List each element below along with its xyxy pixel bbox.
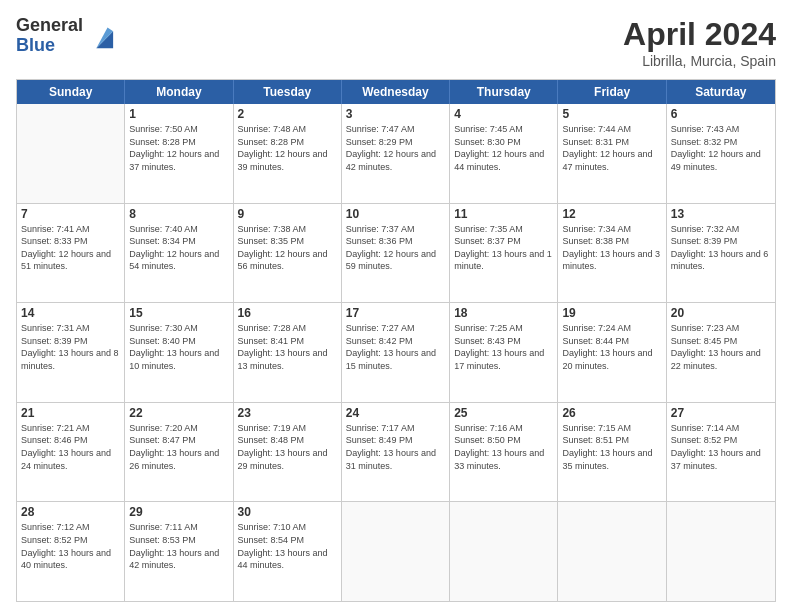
cell-info: Sunrise: 7:23 AMSunset: 8:45 PMDaylight:…: [671, 323, 761, 371]
calendar-cell-r3-c2: 23Sunrise: 7:19 AMSunset: 8:48 PMDayligh…: [234, 403, 342, 502]
day-number: 30: [238, 505, 337, 519]
cell-info: Sunrise: 7:27 AMSunset: 8:42 PMDaylight:…: [346, 323, 436, 371]
cell-info: Sunrise: 7:47 AMSunset: 8:29 PMDaylight:…: [346, 124, 436, 172]
calendar-cell-r1-c2: 9Sunrise: 7:38 AMSunset: 8:35 PMDaylight…: [234, 204, 342, 303]
cell-info: Sunrise: 7:30 AMSunset: 8:40 PMDaylight:…: [129, 323, 219, 371]
calendar-cell-r3-c6: 27Sunrise: 7:14 AMSunset: 8:52 PMDayligh…: [667, 403, 775, 502]
cell-info: Sunrise: 7:44 AMSunset: 8:31 PMDaylight:…: [562, 124, 652, 172]
calendar-cell-r1-c0: 7Sunrise: 7:41 AMSunset: 8:33 PMDaylight…: [17, 204, 125, 303]
cell-info: Sunrise: 7:25 AMSunset: 8:43 PMDaylight:…: [454, 323, 544, 371]
day-number: 27: [671, 406, 771, 420]
calendar-cell-r0-c2: 2Sunrise: 7:48 AMSunset: 8:28 PMDaylight…: [234, 104, 342, 203]
day-number: 1: [129, 107, 228, 121]
cell-info: Sunrise: 7:31 AMSunset: 8:39 PMDaylight:…: [21, 323, 119, 371]
cell-info: Sunrise: 7:40 AMSunset: 8:34 PMDaylight:…: [129, 224, 219, 272]
day-number: 2: [238, 107, 337, 121]
page-header: General Blue April 2024 Librilla, Murcia…: [16, 16, 776, 69]
calendar-cell-r2-c3: 17Sunrise: 7:27 AMSunset: 8:42 PMDayligh…: [342, 303, 450, 402]
calendar-row-3: 21Sunrise: 7:21 AMSunset: 8:46 PMDayligh…: [17, 403, 775, 503]
weekday-thursday: Thursday: [450, 80, 558, 104]
day-number: 28: [21, 505, 120, 519]
day-number: 24: [346, 406, 445, 420]
day-number: 6: [671, 107, 771, 121]
day-number: 7: [21, 207, 120, 221]
weekday-tuesday: Tuesday: [234, 80, 342, 104]
cell-info: Sunrise: 7:12 AMSunset: 8:52 PMDaylight:…: [21, 522, 111, 570]
calendar-row-0: 1Sunrise: 7:50 AMSunset: 8:28 PMDaylight…: [17, 104, 775, 204]
calendar-cell-r2-c6: 20Sunrise: 7:23 AMSunset: 8:45 PMDayligh…: [667, 303, 775, 402]
cell-info: Sunrise: 7:19 AMSunset: 8:48 PMDaylight:…: [238, 423, 328, 471]
calendar-cell-r1-c1: 8Sunrise: 7:40 AMSunset: 8:34 PMDaylight…: [125, 204, 233, 303]
day-number: 29: [129, 505, 228, 519]
day-number: 21: [21, 406, 120, 420]
weekday-sunday: Sunday: [17, 80, 125, 104]
calendar-cell-r2-c1: 15Sunrise: 7:30 AMSunset: 8:40 PMDayligh…: [125, 303, 233, 402]
calendar-cell-r0-c4: 4Sunrise: 7:45 AMSunset: 8:30 PMDaylight…: [450, 104, 558, 203]
weekday-monday: Monday: [125, 80, 233, 104]
cell-info: Sunrise: 7:15 AMSunset: 8:51 PMDaylight:…: [562, 423, 652, 471]
cell-info: Sunrise: 7:45 AMSunset: 8:30 PMDaylight:…: [454, 124, 544, 172]
weekday-wednesday: Wednesday: [342, 80, 450, 104]
calendar-cell-r3-c0: 21Sunrise: 7:21 AMSunset: 8:46 PMDayligh…: [17, 403, 125, 502]
calendar-cell-r2-c4: 18Sunrise: 7:25 AMSunset: 8:43 PMDayligh…: [450, 303, 558, 402]
logo-blue: Blue: [16, 36, 83, 56]
day-number: 22: [129, 406, 228, 420]
calendar-cell-r2-c0: 14Sunrise: 7:31 AMSunset: 8:39 PMDayligh…: [17, 303, 125, 402]
cell-info: Sunrise: 7:37 AMSunset: 8:36 PMDaylight:…: [346, 224, 436, 272]
calendar-cell-r4-c4: [450, 502, 558, 601]
calendar-cell-r3-c5: 26Sunrise: 7:15 AMSunset: 8:51 PMDayligh…: [558, 403, 666, 502]
day-number: 23: [238, 406, 337, 420]
day-number: 17: [346, 306, 445, 320]
calendar-cell-r0-c1: 1Sunrise: 7:50 AMSunset: 8:28 PMDaylight…: [125, 104, 233, 203]
calendar-cell-r0-c6: 6Sunrise: 7:43 AMSunset: 8:32 PMDaylight…: [667, 104, 775, 203]
cell-info: Sunrise: 7:34 AMSunset: 8:38 PMDaylight:…: [562, 224, 660, 272]
cell-info: Sunrise: 7:24 AMSunset: 8:44 PMDaylight:…: [562, 323, 652, 371]
calendar-cell-r0-c0: [17, 104, 125, 203]
calendar-cell-r3-c4: 25Sunrise: 7:16 AMSunset: 8:50 PMDayligh…: [450, 403, 558, 502]
cell-info: Sunrise: 7:28 AMSunset: 8:41 PMDaylight:…: [238, 323, 328, 371]
cell-info: Sunrise: 7:50 AMSunset: 8:28 PMDaylight:…: [129, 124, 219, 172]
calendar-cell-r4-c2: 30Sunrise: 7:10 AMSunset: 8:54 PMDayligh…: [234, 502, 342, 601]
calendar-cell-r1-c3: 10Sunrise: 7:37 AMSunset: 8:36 PMDayligh…: [342, 204, 450, 303]
day-number: 11: [454, 207, 553, 221]
calendar-row-2: 14Sunrise: 7:31 AMSunset: 8:39 PMDayligh…: [17, 303, 775, 403]
calendar-cell-r4-c1: 29Sunrise: 7:11 AMSunset: 8:53 PMDayligh…: [125, 502, 233, 601]
day-number: 5: [562, 107, 661, 121]
cell-info: Sunrise: 7:16 AMSunset: 8:50 PMDaylight:…: [454, 423, 544, 471]
logo-general: General: [16, 16, 83, 36]
day-number: 25: [454, 406, 553, 420]
day-number: 9: [238, 207, 337, 221]
day-number: 26: [562, 406, 661, 420]
cell-info: Sunrise: 7:32 AMSunset: 8:39 PMDaylight:…: [671, 224, 769, 272]
day-number: 13: [671, 207, 771, 221]
cell-info: Sunrise: 7:43 AMSunset: 8:32 PMDaylight:…: [671, 124, 761, 172]
cell-info: Sunrise: 7:48 AMSunset: 8:28 PMDaylight:…: [238, 124, 328, 172]
cell-info: Sunrise: 7:20 AMSunset: 8:47 PMDaylight:…: [129, 423, 219, 471]
calendar-cell-r0-c3: 3Sunrise: 7:47 AMSunset: 8:29 PMDaylight…: [342, 104, 450, 203]
day-number: 16: [238, 306, 337, 320]
weekday-friday: Friday: [558, 80, 666, 104]
day-number: 18: [454, 306, 553, 320]
logo: General Blue: [16, 16, 115, 56]
cell-info: Sunrise: 7:38 AMSunset: 8:35 PMDaylight:…: [238, 224, 328, 272]
calendar-cell-r4-c0: 28Sunrise: 7:12 AMSunset: 8:52 PMDayligh…: [17, 502, 125, 601]
cell-info: Sunrise: 7:10 AMSunset: 8:54 PMDaylight:…: [238, 522, 328, 570]
calendar-cell-r1-c5: 12Sunrise: 7:34 AMSunset: 8:38 PMDayligh…: [558, 204, 666, 303]
calendar-row-1: 7Sunrise: 7:41 AMSunset: 8:33 PMDaylight…: [17, 204, 775, 304]
calendar-cell-r4-c6: [667, 502, 775, 601]
calendar-body: 1Sunrise: 7:50 AMSunset: 8:28 PMDaylight…: [17, 104, 775, 601]
day-number: 20: [671, 306, 771, 320]
calendar-row-4: 28Sunrise: 7:12 AMSunset: 8:52 PMDayligh…: [17, 502, 775, 601]
cell-info: Sunrise: 7:35 AMSunset: 8:37 PMDaylight:…: [454, 224, 552, 272]
subtitle: Librilla, Murcia, Spain: [623, 53, 776, 69]
calendar-cell-r1-c4: 11Sunrise: 7:35 AMSunset: 8:37 PMDayligh…: [450, 204, 558, 303]
day-number: 4: [454, 107, 553, 121]
title-block: April 2024 Librilla, Murcia, Spain: [623, 16, 776, 69]
day-number: 3: [346, 107, 445, 121]
main-title: April 2024: [623, 16, 776, 53]
cell-info: Sunrise: 7:21 AMSunset: 8:46 PMDaylight:…: [21, 423, 111, 471]
day-number: 12: [562, 207, 661, 221]
calendar-cell-r2-c2: 16Sunrise: 7:28 AMSunset: 8:41 PMDayligh…: [234, 303, 342, 402]
calendar: Sunday Monday Tuesday Wednesday Thursday…: [16, 79, 776, 602]
calendar-cell-r4-c5: [558, 502, 666, 601]
